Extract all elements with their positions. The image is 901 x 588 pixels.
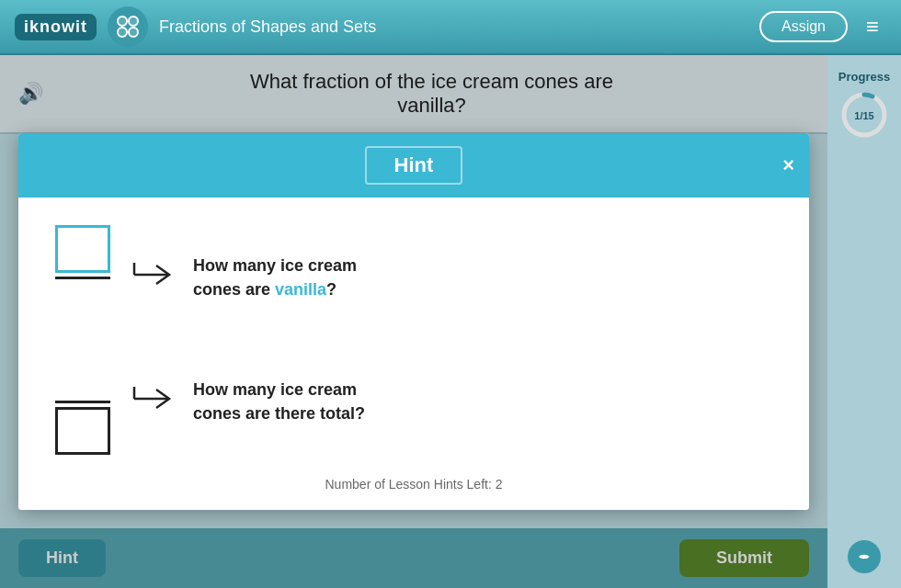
logo: iknowit (15, 14, 97, 40)
progress-circle: 1/15 (838, 89, 890, 141)
arrow-icon-2 (129, 385, 175, 419)
svg-point-0 (118, 17, 127, 26)
hint-modal-overlay: Hint × (0, 55, 827, 588)
navigation-button[interactable] (848, 540, 881, 573)
modal-body: How many ice cream cones are vanilla? (18, 198, 809, 510)
progress-label: Progress (838, 70, 890, 84)
fraction-denominator-box (55, 407, 110, 455)
fraction-divider-2 (55, 401, 110, 403)
hint-row-1: How many ice cream cones are vanilla? (55, 225, 772, 331)
svg-point-3 (129, 28, 138, 37)
vanilla-highlight: vanilla (275, 280, 326, 299)
fraction-bottom-indicator (55, 349, 110, 455)
modal-header: Hint × (18, 133, 809, 198)
modal-close-button[interactable]: × (782, 153, 794, 177)
hint-row-2: How many ice cream cones are there total… (55, 349, 772, 455)
hint-text-1: How many ice cream cones are vanilla? (193, 254, 357, 300)
lesson-title: Fractions of Shapes and Sets (159, 17, 748, 37)
main-area: 🔊 What fraction of the ice cream cones a… (0, 55, 901, 588)
fraction-divider (55, 277, 110, 279)
fraction-top-indicator (55, 225, 110, 331)
svg-point-2 (118, 28, 127, 37)
logo-icon-decoration (108, 6, 148, 47)
hint-modal: Hint × (18, 133, 809, 510)
progress-box: Progress 1/15 (838, 70, 890, 141)
hamburger-menu-button[interactable]: ≡ (859, 10, 886, 43)
sidebar: Progress 1/15 (827, 55, 901, 588)
arrow-icon-1 (129, 261, 175, 295)
modal-title-wrapper: Hint (365, 146, 463, 185)
svg-point-11 (864, 555, 868, 559)
fraction-numerator-box (55, 225, 110, 273)
svg-point-1 (129, 17, 138, 26)
logo-text: iknowit (24, 17, 87, 36)
svg-text:1/15: 1/15 (854, 110, 873, 121)
content-area: 🔊 What fraction of the ice cream cones a… (0, 55, 827, 588)
app-header: iknowit Fractions of Shapes and Sets Ass… (0, 0, 901, 55)
modal-title: Hint (394, 153, 434, 176)
hint-rows: How many ice cream cones are vanilla? (55, 225, 772, 455)
hint-footer: Number of Lesson Hints Left: 2 (55, 477, 772, 492)
hint-text-2: How many ice cream cones are there total… (193, 379, 365, 424)
assign-button[interactable]: Assign (759, 11, 848, 42)
